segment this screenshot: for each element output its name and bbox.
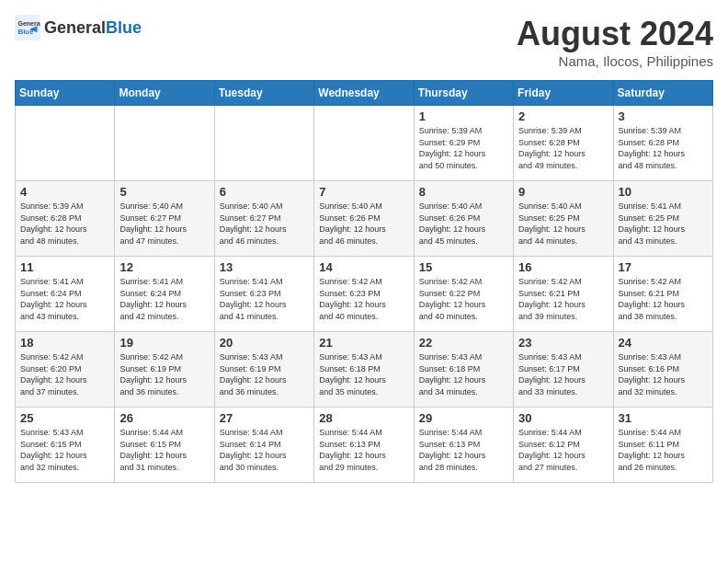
day-number: 6 (220, 185, 309, 199)
calendar-cell: 1Sunrise: 5:39 AM Sunset: 6:29 PM Daylig… (414, 106, 513, 181)
calendar-cell: 16Sunrise: 5:42 AM Sunset: 6:21 PM Dayli… (514, 257, 613, 332)
calendar-cell: 19Sunrise: 5:42 AM Sunset: 6:19 PM Dayli… (115, 332, 214, 408)
cell-info: Sunrise: 5:42 AM Sunset: 6:22 PM Dayligh… (419, 276, 508, 322)
cell-info: Sunrise: 5:40 AM Sunset: 6:27 PM Dayligh… (119, 201, 209, 247)
calendar-cell: 20Sunrise: 5:43 AM Sunset: 6:19 PM Dayli… (214, 332, 313, 408)
calendar-cell: 24Sunrise: 5:43 AM Sunset: 6:16 PM Dayli… (613, 332, 712, 408)
calendar-cell: 4Sunrise: 5:39 AM Sunset: 6:28 PM Daylig… (16, 181, 115, 257)
title-area: August 2024 Nama, Ilocos, Philippines (517, 15, 713, 69)
day-number: 31 (619, 411, 708, 425)
day-number: 3 (619, 109, 708, 123)
week-row-4: 18Sunrise: 5:42 AM Sunset: 6:20 PM Dayli… (16, 332, 713, 408)
logo-general-text: General (44, 18, 106, 38)
calendar-cell: 3Sunrise: 5:39 AM Sunset: 6:28 PM Daylig… (613, 106, 712, 181)
cell-info: Sunrise: 5:40 AM Sunset: 6:25 PM Dayligh… (518, 201, 608, 247)
day-number: 14 (319, 260, 408, 274)
day-number: 25 (20, 411, 109, 425)
day-number: 19 (119, 336, 209, 350)
day-number: 23 (518, 336, 608, 350)
cell-info: Sunrise: 5:42 AM Sunset: 6:21 PM Dayligh… (619, 276, 708, 322)
day-number: 20 (220, 336, 309, 350)
cell-info: Sunrise: 5:40 AM Sunset: 6:26 PM Dayligh… (319, 201, 408, 247)
cell-info: Sunrise: 5:44 AM Sunset: 6:13 PM Dayligh… (419, 427, 508, 473)
day-header-thursday: Thursday (414, 81, 513, 106)
day-number: 11 (20, 260, 109, 274)
day-header-wednesday: Wednesday (314, 81, 414, 106)
calendar-cell: 28Sunrise: 5:44 AM Sunset: 6:13 PM Dayli… (314, 408, 414, 483)
cell-info: Sunrise: 5:39 AM Sunset: 6:28 PM Dayligh… (20, 201, 109, 247)
calendar-cell: 31Sunrise: 5:44 AM Sunset: 6:11 PM Dayli… (613, 408, 712, 483)
day-number: 5 (119, 185, 209, 199)
week-row-5: 25Sunrise: 5:43 AM Sunset: 6:15 PM Dayli… (16, 408, 713, 483)
calendar-cell: 8Sunrise: 5:40 AM Sunset: 6:26 PM Daylig… (414, 181, 513, 257)
main-title: August 2024 (517, 15, 713, 53)
calendar-cell: 10Sunrise: 5:41 AM Sunset: 6:25 PM Dayli… (613, 181, 712, 257)
cell-info: Sunrise: 5:44 AM Sunset: 6:13 PM Dayligh… (319, 427, 408, 473)
calendar-cell (16, 106, 115, 181)
day-number: 27 (220, 411, 309, 425)
cell-info: Sunrise: 5:43 AM Sunset: 6:16 PM Dayligh… (619, 351, 708, 397)
svg-text:General: General (18, 20, 41, 27)
day-number: 12 (119, 260, 209, 274)
calendar-cell: 5Sunrise: 5:40 AM Sunset: 6:27 PM Daylig… (115, 181, 214, 257)
week-row-1: 1Sunrise: 5:39 AM Sunset: 6:29 PM Daylig… (16, 106, 713, 181)
day-header-monday: Monday (115, 81, 214, 106)
calendar-body: 1Sunrise: 5:39 AM Sunset: 6:29 PM Daylig… (16, 106, 713, 483)
calendar-cell: 7Sunrise: 5:40 AM Sunset: 6:26 PM Daylig… (314, 181, 414, 257)
week-row-2: 4Sunrise: 5:39 AM Sunset: 6:28 PM Daylig… (16, 181, 713, 257)
cell-info: Sunrise: 5:44 AM Sunset: 6:12 PM Dayligh… (518, 427, 608, 473)
cell-info: Sunrise: 5:43 AM Sunset: 6:18 PM Dayligh… (419, 351, 508, 397)
calendar-cell: 9Sunrise: 5:40 AM Sunset: 6:25 PM Daylig… (514, 181, 613, 257)
day-number: 21 (319, 336, 408, 350)
cell-info: Sunrise: 5:41 AM Sunset: 6:23 PM Dayligh… (220, 276, 309, 322)
calendar-cell: 18Sunrise: 5:42 AM Sunset: 6:20 PM Dayli… (16, 332, 115, 408)
day-number: 4 (20, 185, 109, 199)
logo-blue-text: Blue (106, 18, 142, 38)
calendar-header-row: SundayMondayTuesdayWednesdayThursdayFrid… (16, 81, 713, 106)
cell-info: Sunrise: 5:42 AM Sunset: 6:23 PM Dayligh… (319, 276, 408, 322)
calendar-cell: 22Sunrise: 5:43 AM Sunset: 6:18 PM Dayli… (414, 332, 513, 408)
cell-info: Sunrise: 5:44 AM Sunset: 6:11 PM Dayligh… (619, 427, 708, 473)
cell-info: Sunrise: 5:39 AM Sunset: 6:29 PM Dayligh… (419, 125, 508, 171)
calendar-cell (115, 106, 214, 181)
header: General Blue General Blue August 2024 Na… (15, 15, 713, 69)
cell-info: Sunrise: 5:39 AM Sunset: 6:28 PM Dayligh… (619, 125, 708, 171)
calendar-cell: 21Sunrise: 5:43 AM Sunset: 6:18 PM Dayli… (314, 332, 414, 408)
logo: General Blue General Blue (15, 15, 142, 40)
calendar-cell: 29Sunrise: 5:44 AM Sunset: 6:13 PM Dayli… (414, 408, 513, 483)
cell-info: Sunrise: 5:42 AM Sunset: 6:19 PM Dayligh… (119, 351, 209, 397)
day-number: 24 (619, 336, 708, 350)
day-number: 10 (619, 185, 708, 199)
day-number: 1 (419, 109, 508, 123)
svg-text:Blue: Blue (18, 28, 35, 36)
day-number: 9 (518, 185, 608, 199)
day-number: 30 (518, 411, 608, 425)
day-number: 15 (419, 260, 508, 274)
cell-info: Sunrise: 5:44 AM Sunset: 6:15 PM Dayligh… (119, 427, 209, 473)
day-number: 26 (119, 411, 209, 425)
calendar-cell: 27Sunrise: 5:44 AM Sunset: 6:14 PM Dayli… (214, 408, 313, 483)
day-number: 2 (518, 109, 608, 123)
day-number: 18 (20, 336, 109, 350)
cell-info: Sunrise: 5:44 AM Sunset: 6:14 PM Dayligh… (220, 427, 309, 473)
week-row-3: 11Sunrise: 5:41 AM Sunset: 6:24 PM Dayli… (16, 257, 713, 332)
calendar-cell: 13Sunrise: 5:41 AM Sunset: 6:23 PM Dayli… (214, 257, 313, 332)
cell-info: Sunrise: 5:42 AM Sunset: 6:21 PM Dayligh… (518, 276, 608, 322)
cell-info: Sunrise: 5:42 AM Sunset: 6:20 PM Dayligh… (20, 351, 109, 397)
calendar-table: SundayMondayTuesdayWednesdayThursdayFrid… (15, 80, 713, 483)
day-header-tuesday: Tuesday (214, 81, 313, 106)
calendar-cell: 30Sunrise: 5:44 AM Sunset: 6:12 PM Dayli… (514, 408, 613, 483)
cell-info: Sunrise: 5:43 AM Sunset: 6:15 PM Dayligh… (20, 427, 109, 473)
calendar-cell: 12Sunrise: 5:41 AM Sunset: 6:24 PM Dayli… (115, 257, 214, 332)
calendar-cell: 6Sunrise: 5:40 AM Sunset: 6:27 PM Daylig… (214, 181, 313, 257)
day-number: 28 (319, 411, 408, 425)
calendar-cell: 11Sunrise: 5:41 AM Sunset: 6:24 PM Dayli… (16, 257, 115, 332)
day-header-sunday: Sunday (16, 81, 115, 106)
cell-info: Sunrise: 5:43 AM Sunset: 6:18 PM Dayligh… (319, 351, 408, 397)
cell-info: Sunrise: 5:41 AM Sunset: 6:24 PM Dayligh… (20, 276, 109, 322)
day-header-saturday: Saturday (613, 81, 712, 106)
day-number: 16 (518, 260, 608, 274)
cell-info: Sunrise: 5:40 AM Sunset: 6:27 PM Dayligh… (220, 201, 309, 247)
day-number: 29 (419, 411, 508, 425)
day-number: 7 (319, 185, 408, 199)
